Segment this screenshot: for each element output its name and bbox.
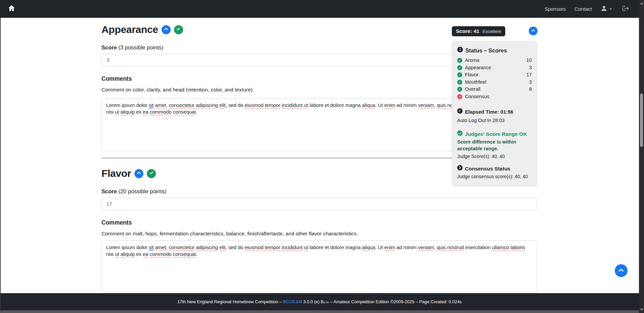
elapsed-time-label: Elapsed Time: 01:56	[465, 108, 513, 116]
status-score-list: ✓Aroma10✓Appearance3✓Flavor17✓Mouthfeel3…	[457, 57, 532, 100]
check-icon	[457, 130, 463, 138]
section-title-flavor: Flavor	[101, 167, 131, 180]
beta-badge: Beta	[321, 300, 329, 304]
user-menu-button[interactable]	[601, 5, 612, 13]
scroll-to-top-button[interactable]	[615, 264, 628, 277]
nav-link-sponsors[interactable]: Sponsors	[545, 6, 566, 12]
score-rating-label: Excellent	[483, 29, 501, 34]
nav-link-contact[interactable]: Contact	[574, 6, 592, 12]
section-flavor: Flavor Score (20 possible points) Commen…	[101, 167, 537, 293]
comments-textarea-flavor[interactable]: Lorem ipsum dolor sit amet, consectetur …	[101, 240, 537, 293]
status-panel-title: Status – Scores	[465, 47, 507, 54]
info-icon	[457, 47, 463, 54]
collapse-section-button[interactable]	[134, 169, 143, 178]
status-score-row: ✓Aroma10	[457, 57, 532, 64]
status-score-label: Consensus	[465, 93, 529, 101]
total-score-value: Score: 41	[456, 28, 479, 34]
status-score-value: 10	[526, 57, 532, 64]
scrollbar-up-arrow[interactable]	[639, 1, 644, 6]
score-input-flavor[interactable]	[101, 198, 537, 210]
person-icon	[601, 5, 607, 13]
window-bottom-strip	[0, 310, 639, 313]
logout-button[interactable]	[622, 5, 629, 13]
status-score-row: ✓Mouthfeel3	[457, 79, 532, 86]
status-score-value: 3	[529, 64, 532, 72]
status-panel-collapse-button[interactable]	[529, 27, 538, 35]
chevron-right-circle-icon	[457, 165, 463, 172]
check-icon: ✓	[457, 87, 462, 92]
bcoem-link[interactable]: BCOE&M	[283, 299, 302, 304]
window-left-edge	[0, 18, 1, 313]
score-field-label: Score (20 possible points)	[101, 188, 537, 195]
top-navbar: Sponsors Contact	[0, 0, 639, 18]
score-range-title: Judges' Score Range OK	[465, 130, 527, 138]
clock-icon	[457, 108, 463, 116]
home-icon	[8, 5, 15, 13]
vertical-scrollbar[interactable]	[639, 0, 644, 313]
total-score-badge: Score: 41 Excellent	[452, 26, 505, 36]
check-icon: ✓	[457, 58, 462, 63]
page-footer: 17th New England Regional Homebrew Compe…	[0, 293, 639, 310]
status-score-value: 3	[529, 79, 532, 86]
scrollbar-down-arrow[interactable]	[639, 307, 644, 312]
footer-text: 17th New England Regional Homebrew Compe…	[177, 299, 462, 304]
chevron-up-icon	[618, 267, 625, 275]
status-score-row: ✓Overall8	[457, 86, 532, 93]
chevron-down-icon	[609, 8, 612, 10]
section-complete-badge	[147, 169, 156, 178]
status-panel: Status – Scores ✓Aroma10✓Appearance3✓Fla…	[452, 41, 537, 186]
auto-logout-label: Auto Log Out in 28:03	[457, 117, 532, 124]
status-score-label: Overall	[465, 86, 526, 93]
consensus-status-title: Consensus Status	[465, 165, 510, 172]
check-icon: ✓	[457, 72, 462, 77]
chevron-up-icon	[164, 27, 169, 33]
status-score-label: Appearance	[465, 64, 526, 72]
comments-label: Comments	[101, 219, 537, 226]
chevron-up-icon	[531, 28, 535, 34]
check-icon: ✓	[457, 80, 462, 85]
status-score-row: ✓Flavor17	[457, 71, 532, 79]
status-score-value: 8	[529, 86, 532, 93]
x-icon: ✕	[457, 94, 462, 99]
section-complete-badge	[174, 25, 183, 34]
status-score-row: ✕Consensus	[457, 93, 532, 101]
status-score-label: Aroma	[465, 57, 524, 64]
consensus-scores-label: Judge consensus score(s): 40, 40	[457, 173, 532, 180]
check-icon	[176, 27, 181, 33]
status-score-label: Flavor	[465, 71, 524, 79]
check-icon	[149, 170, 154, 177]
home-button[interactable]	[8, 5, 15, 13]
chevron-up-icon	[136, 170, 141, 177]
scrollbar-thumb[interactable]	[640, 93, 643, 147]
collapse-section-button[interactable]	[162, 25, 171, 34]
section-title-appearance: Appearance	[101, 24, 158, 36]
check-icon: ✓	[457, 65, 462, 70]
comments-help-text: Comment on malt, hops, fermentation char…	[101, 230, 537, 237]
judge-scores-label: Judge Score(s): 40, 40	[457, 153, 532, 160]
status-score-row: ✓Appearance3	[457, 64, 532, 72]
status-score-label: Mouthfeel	[465, 79, 526, 86]
logout-icon	[622, 5, 629, 13]
status-score-value: 17	[526, 71, 532, 79]
score-range-detail: Score difference is within acceptable ra…	[457, 139, 518, 152]
